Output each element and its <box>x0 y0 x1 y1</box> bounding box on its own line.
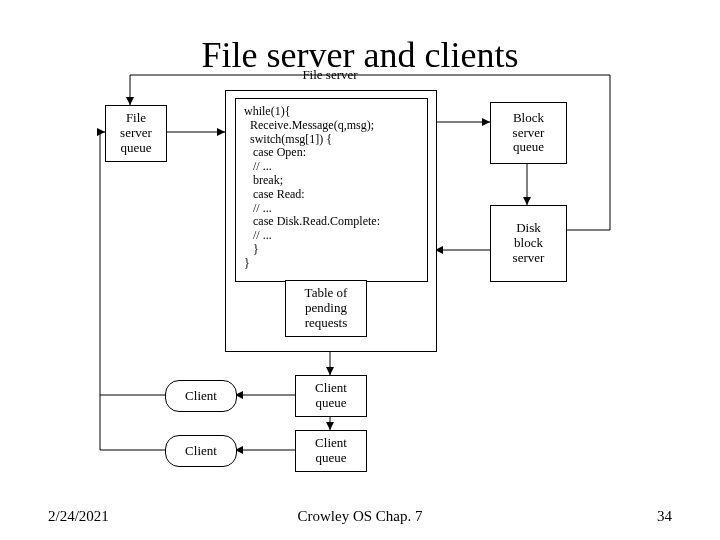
code-panel: while(1){ Receive.Message(q,msg); switch… <box>235 98 428 282</box>
file-server-caption: File server <box>280 68 380 83</box>
client-queue1-box: Client queue <box>295 375 367 417</box>
block-server-queue-box: Block server queue <box>490 102 567 164</box>
disk-block-server-box: Disk block server <box>490 205 567 282</box>
client1-box: Client <box>165 380 237 412</box>
svg-marker-8 <box>326 367 334 375</box>
svg-marker-15 <box>97 128 105 136</box>
page-number: 34 <box>657 508 672 525</box>
client2-box: Client <box>165 435 237 467</box>
footer-center: Crowley OS Chap. 7 <box>0 508 720 525</box>
svg-marker-6 <box>126 97 134 105</box>
file-server-queue-box: File server queue <box>105 105 167 162</box>
svg-marker-10 <box>326 422 334 430</box>
svg-marker-1 <box>217 128 225 136</box>
svg-marker-5 <box>523 197 531 205</box>
pending-table-box: Table of pending requests <box>285 280 367 337</box>
diagram-canvas: File server File server queue while(1){ … <box>90 70 650 490</box>
client-queue2-box: Client queue <box>295 430 367 472</box>
svg-marker-3 <box>482 118 490 126</box>
slide: File server and clients <box>0 0 720 540</box>
